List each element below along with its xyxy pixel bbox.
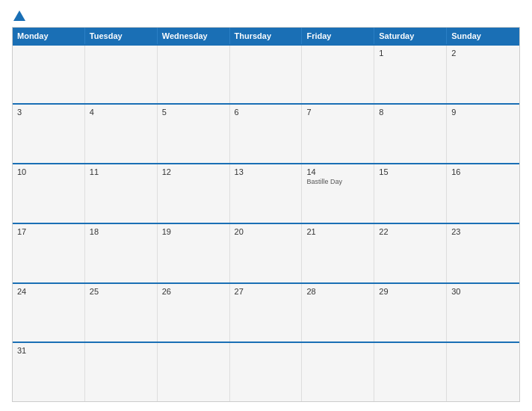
- calendar-header-row: MondayTuesdayWednesdayThursdayFridaySatu…: [13, 28, 519, 44]
- event-label: Bastille Day: [306, 178, 369, 185]
- calendar-cell: 22: [374, 224, 447, 282]
- calendar-row: 17181920212223: [13, 223, 519, 282]
- calendar-cell: 16: [447, 164, 519, 223]
- calendar-cell: 2: [447, 46, 519, 104]
- calendar-cell: 20: [230, 224, 303, 282]
- day-number: 30: [451, 287, 515, 296]
- day-number: 11: [90, 167, 152, 176]
- calendar-cell: 17: [13, 224, 85, 282]
- day-number: 1: [379, 49, 442, 58]
- day-number: 29: [379, 287, 442, 296]
- calendar-cell: 27: [230, 284, 303, 342]
- calendar-cell: [85, 343, 158, 401]
- calendar-cell: 25: [85, 284, 158, 342]
- day-number: 28: [306, 287, 369, 296]
- calendar-cell: 3: [13, 105, 85, 163]
- calendar-cell: 11: [85, 164, 158, 223]
- calendar-cell: [447, 343, 519, 401]
- calendar-grid: MondayTuesdayWednesdayThursdayFridaySatu…: [12, 27, 520, 402]
- page-header: [12, 9, 520, 21]
- calendar-header-cell: Sunday: [447, 28, 519, 44]
- calendar-cell: 15: [374, 164, 447, 223]
- calendar-cell: 31: [13, 343, 85, 401]
- calendar-cell: 13: [230, 164, 303, 223]
- calendar-cell: 19: [158, 224, 230, 282]
- calendar-cell: 30: [447, 284, 519, 342]
- calendar-cell: 21: [302, 224, 374, 282]
- logo: [12, 9, 27, 21]
- day-number: 7: [306, 108, 369, 117]
- day-number: 2: [451, 49, 515, 58]
- day-number: 5: [162, 108, 225, 117]
- calendar-cell: 26: [158, 284, 230, 342]
- day-number: 13: [235, 167, 297, 176]
- calendar-cell: 24: [13, 284, 85, 342]
- day-number: 17: [17, 227, 80, 236]
- day-number: 26: [162, 287, 225, 296]
- calendar-row: 1011121314Bastille Day1516: [13, 163, 519, 223]
- calendar-cell: 8: [374, 105, 447, 163]
- calendar-header-cell: Thursday: [230, 28, 303, 44]
- calendar-cell: 5: [158, 105, 230, 163]
- calendar-cell: 12: [158, 164, 230, 223]
- calendar-cell: 28: [302, 284, 374, 342]
- calendar-cell: [158, 343, 230, 401]
- day-number: 8: [379, 108, 442, 117]
- calendar-cell: 18: [85, 224, 158, 282]
- day-number: 3: [17, 108, 80, 117]
- calendar-cell: 6: [230, 105, 303, 163]
- calendar-row: 12: [13, 44, 519, 104]
- day-number: 27: [235, 287, 297, 296]
- day-number: 18: [90, 227, 152, 236]
- day-number: 6: [235, 108, 297, 117]
- calendar-row: 3456789: [13, 103, 519, 163]
- calendar-cell: [302, 343, 374, 401]
- day-number: 23: [451, 227, 515, 236]
- calendar-cell: 1: [374, 46, 447, 104]
- calendar-cell: 23: [447, 224, 519, 282]
- day-number: 22: [379, 227, 442, 236]
- calendar-page: MondayTuesdayWednesdayThursdayFridaySatu…: [0, 0, 532, 411]
- calendar-header-cell: Monday: [13, 28, 85, 44]
- day-number: 15: [379, 167, 442, 176]
- day-number: 9: [451, 108, 515, 117]
- calendar-cell: [374, 343, 447, 401]
- calendar-header-cell: Wednesday: [158, 28, 230, 44]
- calendar-header-cell: Friday: [302, 28, 374, 44]
- calendar-cell: 29: [374, 284, 447, 342]
- calendar-cell: 7: [302, 105, 374, 163]
- calendar-cell: 14Bastille Day: [302, 164, 374, 223]
- calendar-cell: 10: [13, 164, 85, 223]
- calendar-header-cell: Saturday: [374, 28, 447, 44]
- day-number: 4: [90, 108, 152, 117]
- logo-triangle-icon: [13, 10, 25, 21]
- calendar-row: 24252627282930: [13, 282, 519, 342]
- calendar-cell: [13, 46, 85, 104]
- day-number: 24: [17, 287, 80, 296]
- day-number: 25: [90, 287, 152, 296]
- day-number: 14: [306, 167, 369, 176]
- day-number: 16: [451, 167, 515, 176]
- calendar-header-cell: Tuesday: [85, 28, 158, 44]
- calendar-body: 1234567891011121314Bastille Day151617181…: [13, 44, 519, 401]
- calendar-cell: [85, 46, 158, 104]
- day-number: 10: [17, 167, 80, 176]
- day-number: 21: [306, 227, 369, 236]
- day-number: 31: [17, 346, 80, 355]
- calendar-cell: 4: [85, 105, 158, 163]
- calendar-cell: [158, 46, 230, 104]
- day-number: 20: [235, 227, 297, 236]
- calendar-cell: [230, 343, 303, 401]
- calendar-cell: 9: [447, 105, 519, 163]
- day-number: 12: [162, 167, 225, 176]
- calendar-row: 31: [13, 342, 519, 401]
- calendar-cell: [302, 46, 374, 104]
- day-number: 19: [162, 227, 225, 236]
- calendar-cell: [230, 46, 303, 104]
